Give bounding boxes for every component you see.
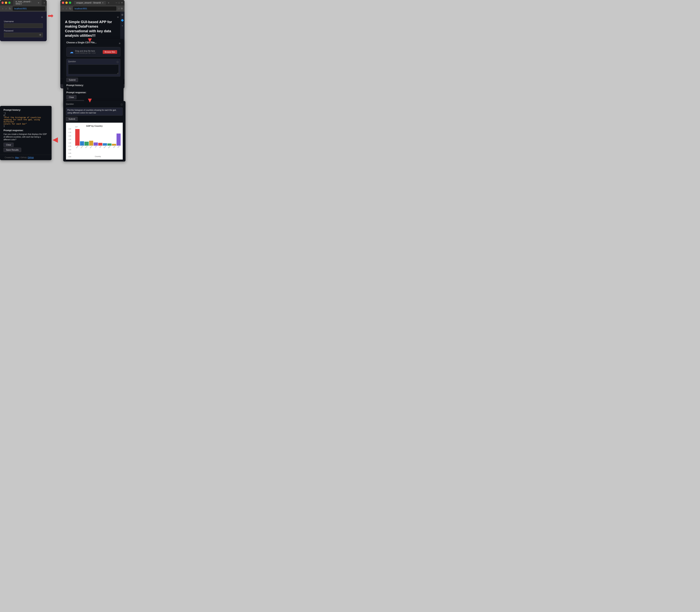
login-toolbar: ‹ › ↻ localhost:8501 <box>0 5 47 12</box>
bar-china <box>117 134 121 145</box>
sidebar-icon-2[interactable]: 🔷 <box>120 18 124 22</box>
address-bar[interactable]: localhost:8501 <box>13 6 45 11</box>
chart-bars <box>75 128 121 146</box>
password-field-group: Password 👁 <box>4 29 43 37</box>
chart-x-title: Country <box>75 155 121 157</box>
main-address-text: localhost:8501 <box>75 8 87 10</box>
browse-files-button[interactable]: Browse files <box>103 50 117 54</box>
chart-wrapper: 2.00 1.75 1.50 1.25 1.00 0.75 0.50 0.25 … <box>68 128 121 157</box>
question-info-icon[interactable]: ⓘ <box>117 61 119 64</box>
minimize-dot[interactable] <box>5 2 7 4</box>
main-maximize-dot[interactable] <box>69 2 71 4</box>
chart-question-value[interactable]: Plot the histogram of countries showing … <box>66 108 123 116</box>
result-prompt-history: Prompt history: '[ #: "Plot the histogra… <box>3 109 48 127</box>
star-icon[interactable]: ☆ <box>118 7 120 10</box>
main-browser-tab[interactable]: wrapper_stream0 - Streamlit ✕ <box>74 1 106 5</box>
bar-australia <box>107 143 112 145</box>
main-tab-close-icon[interactable]: ✕ <box>102 2 104 4</box>
bar-germany <box>89 141 93 145</box>
file-dropzone[interactable]: ☁ Drag and drop file here Limit 200MB pe… <box>66 47 120 57</box>
username-field-group: Username <box>4 20 43 29</box>
result-content: Prompt history: '[ #: "Plot the histogra… <box>0 106 52 155</box>
bar-spain <box>98 143 103 145</box>
minimize-window-icon[interactable]: ─ <box>116 1 117 4</box>
y-label-075: 0.75 <box>68 145 71 147</box>
username-input[interactable] <box>4 23 43 28</box>
sidebar-icon-3[interactable]: + <box>120 24 124 28</box>
question-textarea[interactable] <box>68 65 119 74</box>
main-titlebar: wrapper_stream0 - Streamlit ✕ + ─ □ ✕ <box>60 0 124 5</box>
prompt-history-section: Prompt history: ' [] <box>66 84 120 89</box>
result-github-link[interactable]: GitHub <box>28 156 33 158</box>
close-window-icon[interactable]: ✕ <box>121 1 123 4</box>
y-label-175: 1.75 <box>68 132 71 133</box>
csv-hamburger-icon[interactable]: ≡ <box>119 42 120 45</box>
code-line-5: ] <box>3 125 48 127</box>
dropzone-text-area: Drag and drop file here Limit 200MB per … <box>75 50 96 54</box>
main-address-bar[interactable]: localhost:8501 <box>73 6 116 11</box>
password-input[interactable] <box>4 33 43 37</box>
result-footer: Created by: Ajay | GitHub: GitHub <box>0 155 52 160</box>
limit-text: Limit 200MB per file • CSV <box>75 52 96 54</box>
password-input-wrapper: 👁 <box>4 33 43 37</box>
y-label-050: 0.50 <box>68 149 71 150</box>
login-titlebar: st_topic_stream0 - Strea li ✕ + <box>0 0 47 5</box>
bottom-bar-icon-1[interactable]: □ <box>62 85 63 87</box>
chart-question-info-icon[interactable]: ⓘ <box>121 103 123 106</box>
main-refresh-button[interactable]: ↻ <box>68 6 72 11</box>
chart-container: GDP by Country 2.00 1.75 1.50 1.25 1.00 … <box>66 123 123 159</box>
chart-scale-label: 1e7 <box>75 126 78 128</box>
browser-tab[interactable]: st_topic_stream0 - Strea li ✕ <box>13 0 42 6</box>
main-back-button[interactable]: ‹ <box>62 6 64 11</box>
main-new-tab-icon[interactable]: + <box>108 1 109 4</box>
main-toolbar: ‹ › ↻ localhost:8501 ☆ ⚙ <box>60 5 124 12</box>
main-minimize-dot[interactable] <box>65 2 68 4</box>
result-clear-button[interactable]: Clear <box>3 143 14 147</box>
question-area: Question ⓘ <box>66 59 120 76</box>
username-label: Username <box>4 20 43 23</box>
maximize-dot[interactable] <box>8 2 11 4</box>
y-label-100: 1.00 <box>68 142 71 144</box>
arrow-login-to-main: ➡ <box>48 12 54 20</box>
password-label: Password <box>4 29 43 32</box>
tab-close-icon[interactable]: ✕ <box>38 2 39 4</box>
code-line-3: "Plot the histogram of countries showing… <box>3 116 48 123</box>
code-line-1: '[ <box>3 112 48 114</box>
address-text: localhost:8501 <box>14 8 27 10</box>
new-tab-icon[interactable]: + <box>44 1 45 4</box>
csv-submit-button[interactable]: Submit <box>66 78 78 82</box>
drag-drop-text: Drag and drop file here <box>75 50 96 52</box>
password-eye-icon[interactable]: 👁 <box>39 33 42 37</box>
main-forward-button[interactable]: › <box>65 6 68 11</box>
bar-italy <box>94 142 98 145</box>
main-close-dot[interactable] <box>62 2 64 4</box>
login-content: ≡ Username Password 👁 <box>0 12 47 41</box>
chart-submit-button[interactable]: Submit <box>66 117 78 121</box>
main-tab-title: wrapper_stream0 - Streamlit <box>76 2 101 4</box>
chart-question-label: Question <box>66 103 74 105</box>
app-title: A Simple GUI-based APP for making DataFr… <box>65 20 119 38</box>
sidebar-icon-1[interactable]: ⚙ <box>120 13 124 17</box>
csv-content: Choose a Single CSV File... ≡ ☁ Drag and… <box>63 39 123 107</box>
result-prompt-response-text: Can you create a histogram that displays… <box>3 133 48 141</box>
arrow-main-to-csv: ▼ <box>86 37 93 43</box>
back-button[interactable]: ‹ <box>2 6 4 11</box>
chart-y-scale: 2.00 1.75 1.50 1.25 1.00 0.75 0.50 0.25 … <box>68 128 71 157</box>
question-label: Question <box>68 60 76 62</box>
result-save-results-button[interactable]: Save Results <box>3 148 21 152</box>
maximize-window-icon[interactable]: □ <box>119 1 120 4</box>
result-ajay-link[interactable]: Ajay <box>15 156 19 158</box>
tab-title: st_topic_stream0 - Strea li <box>16 1 37 5</box>
bar-us <box>75 129 80 145</box>
close-dot[interactable] <box>2 2 4 4</box>
arrow-chart-to-result: ◀ <box>53 136 58 143</box>
settings-icon[interactable]: ⚙ <box>121 7 123 10</box>
refresh-button[interactable]: ↻ <box>8 6 12 11</box>
forward-button[interactable]: › <box>5 6 8 11</box>
csv-clear-button[interactable]: Clear <box>66 95 77 99</box>
result-prompt-history-code: '[ #: "Plot the histogram of countries s… <box>3 112 48 127</box>
hamburger-icon[interactable]: ≡ <box>41 16 43 19</box>
main-hamburger-icon[interactable]: ≡ <box>117 16 119 19</box>
chart-content: Question ⓘ Plot the histogram of countri… <box>63 101 125 162</box>
chart-header-row: Question ⓘ <box>66 103 123 106</box>
